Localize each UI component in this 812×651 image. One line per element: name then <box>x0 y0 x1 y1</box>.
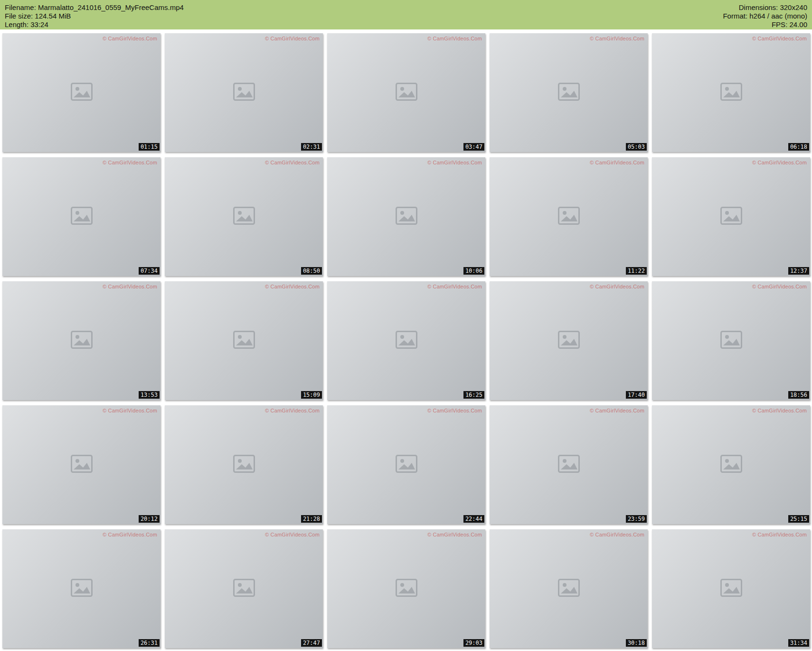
image-placeholder-icon <box>71 207 93 227</box>
video-thumbnail: © CamGirlVideos.Com 15:09 <box>165 281 323 400</box>
timestamp-badge: 18:56 <box>788 391 809 399</box>
image-placeholder-icon <box>720 83 742 103</box>
watermark-text: © CamGirlVideos.Com <box>590 408 644 413</box>
image-placeholder-icon <box>396 455 417 475</box>
watermark-text: © CamGirlVideos.Com <box>103 284 157 289</box>
image-placeholder-icon <box>558 579 580 599</box>
image-placeholder-icon <box>71 455 93 475</box>
video-thumbnail: © CamGirlVideos.Com 29:03 <box>327 529 485 648</box>
timestamp-badge: 06:18 <box>788 143 809 151</box>
video-thumbnail: © CamGirlVideos.Com 26:31 <box>2 529 161 648</box>
watermark-text: © CamGirlVideos.Com <box>427 36 482 41</box>
video-thumbnail: © CamGirlVideos.Com 02:31 <box>165 33 323 152</box>
image-placeholder-icon <box>396 83 417 103</box>
length-text: Length: 33:24 <box>5 20 184 29</box>
image-placeholder-icon <box>71 579 93 599</box>
timestamp-badge: 15:09 <box>301 391 322 399</box>
timestamp-badge: 05:03 <box>626 143 647 151</box>
video-thumbnail: © CamGirlVideos.Com 17:40 <box>490 281 648 400</box>
watermark-text: © CamGirlVideos.Com <box>103 160 157 165</box>
image-placeholder-icon <box>71 83 93 103</box>
image-placeholder-icon <box>233 207 255 227</box>
image-placeholder-icon <box>558 83 580 103</box>
image-placeholder-icon <box>396 207 417 227</box>
filesize-text: File size: 124.54 MiB <box>5 12 184 20</box>
image-placeholder-icon <box>720 331 742 351</box>
video-thumbnail: © CamGirlVideos.Com 10:06 <box>327 157 485 276</box>
video-thumbnail: © CamGirlVideos.Com 27:47 <box>165 529 323 648</box>
timestamp-badge: 26:31 <box>139 639 160 647</box>
timestamp-badge: 16:25 <box>463 391 484 399</box>
video-thumbnail: © CamGirlVideos.Com 23:59 <box>490 405 648 524</box>
timestamp-badge: 12:37 <box>788 267 809 275</box>
thumbnail-grid: © CamGirlVideos.Com 01:15 © CamGirlVideo… <box>0 29 812 648</box>
watermark-text: © CamGirlVideos.Com <box>103 408 157 413</box>
video-thumbnail: © CamGirlVideos.Com 08:50 <box>165 157 323 276</box>
timestamp-badge: 07:34 <box>139 267 160 275</box>
image-placeholder-icon <box>720 579 742 599</box>
watermark-text: © CamGirlVideos.Com <box>427 408 482 413</box>
timestamp-badge: 13:53 <box>139 391 160 399</box>
watermark-text: © CamGirlVideos.Com <box>265 36 320 41</box>
timestamp-badge: 25:15 <box>788 515 809 523</box>
watermark-text: © CamGirlVideos.Com <box>265 160 320 165</box>
timestamp-badge: 29:03 <box>463 639 484 647</box>
video-thumbnail: © CamGirlVideos.Com 21:28 <box>165 405 323 524</box>
video-thumbnail: © CamGirlVideos.Com 16:25 <box>327 281 485 400</box>
video-thumbnail: © CamGirlVideos.Com 12:37 <box>652 157 810 276</box>
watermark-text: © CamGirlVideos.Com <box>752 532 807 537</box>
thumbnail-contact-sheet: Filename: Marmalatto_241016_0559_MyFreeC… <box>0 0 812 651</box>
watermark-text: © CamGirlVideos.Com <box>752 36 807 41</box>
video-thumbnail: © CamGirlVideos.Com 22:44 <box>327 405 485 524</box>
timestamp-badge: 22:44 <box>463 515 484 523</box>
timestamp-badge: 03:47 <box>463 143 484 151</box>
timestamp-badge: 08:50 <box>301 267 322 275</box>
metadata-left-block: Filename: Marmalatto_241016_0559_MyFreeC… <box>5 3 184 29</box>
image-placeholder-icon <box>233 455 255 475</box>
timestamp-badge: 31:34 <box>788 639 809 647</box>
timestamp-badge: 10:06 <box>463 267 484 275</box>
video-thumbnail: © CamGirlVideos.Com 18:56 <box>652 281 810 400</box>
image-placeholder-icon <box>71 331 93 351</box>
timestamp-badge: 11:22 <box>626 267 647 275</box>
image-placeholder-icon <box>720 455 742 475</box>
timestamp-badge: 27:47 <box>301 639 322 647</box>
image-placeholder-icon <box>396 579 417 599</box>
video-thumbnail: © CamGirlVideos.Com 01:15 <box>2 33 161 152</box>
image-placeholder-icon <box>233 83 255 103</box>
watermark-text: © CamGirlVideos.Com <box>103 532 157 537</box>
timestamp-badge: 01:15 <box>139 143 160 151</box>
metadata-right-block: Dimensions: 320x240 Format: h264 / aac (… <box>723 3 807 29</box>
image-placeholder-icon <box>233 331 255 351</box>
video-thumbnail: © CamGirlVideos.Com 25:15 <box>652 405 810 524</box>
filename-text: Filename: Marmalatto_241016_0559_MyFreeC… <box>5 3 184 12</box>
dimensions-text: Dimensions: 320x240 <box>723 3 807 12</box>
timestamp-badge: 21:28 <box>301 515 322 523</box>
image-placeholder-icon <box>558 207 580 227</box>
watermark-text: © CamGirlVideos.Com <box>427 532 482 537</box>
format-text: Format: h264 / aac (mono) <box>723 12 807 20</box>
watermark-text: © CamGirlVideos.Com <box>590 532 644 537</box>
video-thumbnail: © CamGirlVideos.Com 06:18 <box>652 33 810 152</box>
metadata-header: Filename: Marmalatto_241016_0559_MyFreeC… <box>0 0 812 29</box>
video-thumbnail: © CamGirlVideos.Com 03:47 <box>327 33 485 152</box>
image-placeholder-icon <box>558 455 580 475</box>
watermark-text: © CamGirlVideos.Com <box>590 160 644 165</box>
timestamp-badge: 30:18 <box>626 639 647 647</box>
video-thumbnail: © CamGirlVideos.Com 13:53 <box>2 281 161 400</box>
image-placeholder-icon <box>396 331 417 351</box>
image-placeholder-icon <box>720 207 742 227</box>
image-placeholder-icon <box>233 579 255 599</box>
image-placeholder-icon <box>558 331 580 351</box>
video-thumbnail: © CamGirlVideos.Com 11:22 <box>490 157 648 276</box>
watermark-text: © CamGirlVideos.Com <box>265 408 320 413</box>
watermark-text: © CamGirlVideos.Com <box>427 284 482 289</box>
video-thumbnail: © CamGirlVideos.Com 31:34 <box>652 529 810 648</box>
video-thumbnail: © CamGirlVideos.Com 20:12 <box>2 405 161 524</box>
watermark-text: © CamGirlVideos.Com <box>265 284 320 289</box>
watermark-text: © CamGirlVideos.Com <box>590 284 644 289</box>
video-thumbnail: © CamGirlVideos.Com 30:18 <box>490 529 648 648</box>
fps-text: FPS: 24.00 <box>723 20 807 29</box>
watermark-text: © CamGirlVideos.Com <box>265 532 320 537</box>
watermark-text: © CamGirlVideos.Com <box>590 36 644 41</box>
